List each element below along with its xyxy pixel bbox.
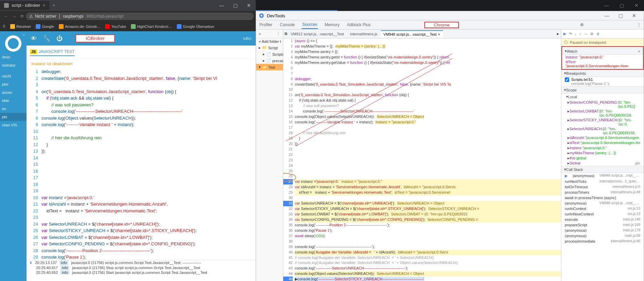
- back-icon[interactable]: ←: [2, 14, 10, 19]
- scope-item[interactable]: ▸ SelectorUNREACH: {0: "hm-rpc.0.PEQ0639…: [561, 126, 644, 135]
- sidebar-item[interactable]: en: [0, 105, 27, 113]
- new-tab-button[interactable]: +: [49, 3, 58, 8]
- callstack-item[interactable]: processImmediateinternal/timers.js:46: [561, 239, 644, 244]
- add-watch-icon[interactable]: +: [638, 49, 640, 53]
- bookmark-item[interactable]: Google: [36, 24, 54, 29]
- scope-item[interactable]: ▸ instanz: "javacscript.0.": [561, 145, 644, 151]
- minimize-icon[interactable]: —: [600, 10, 614, 21]
- callstack-item[interactable]: await in processTimers (async): [561, 195, 644, 200]
- eye-icon[interactable]: 👁: [31, 35, 37, 42]
- maximize-icon[interactable]: ▢: [228, 0, 242, 11]
- step-out-icon[interactable]: ↑: [579, 32, 581, 36]
- close-icon[interactable]: ×: [438, 32, 440, 36]
- callstack-item[interactable]: (anonymous)VM948 script.js…cript__Test:4: [561, 173, 644, 179]
- reload-icon[interactable]: ⟳: [18, 14, 26, 19]
- pause-icon[interactable]: ⏸: [596, 32, 600, 36]
- scope-item[interactable]: ▸ SelectorLOWBAT: {0: "hm-rpc.0.PEQ06391…: [561, 109, 644, 118]
- maximize-icon[interactable]: ▢: [614, 10, 627, 21]
- url-input[interactable]: ⚠ Nicht sicher │ raspberrypi:8081/#tab-j…: [26, 13, 254, 20]
- scope-item[interactable]: ▸ SelectorCONFIG_PENDING: {0: "hm-rpc.0.…: [561, 100, 644, 109]
- devtools-tab[interactable]: Memory: [324, 21, 340, 29]
- watch-item[interactable]: idText: "javacscript.0.Servicemeldungen.…: [562, 59, 643, 68]
- step-over-icon[interactable]: ↷: [569, 32, 572, 36]
- bookmark-item[interactable]: YouTube: [105, 24, 126, 29]
- scope-header[interactable]: ▾ Scope: [561, 86, 644, 93]
- sidebar-item[interactable]: pter: [0, 80, 27, 88]
- callstack-item[interactable]: (anonymous)VM948 script.js…cript__Test:5: [561, 200, 644, 206]
- apps-icon[interactable]: ⠿: [3, 24, 5, 29]
- callstack-item[interactable]: processTimersinternal/timers.js:49: [561, 190, 644, 195]
- browser-tab[interactable]: script - ioBroker ×: [0, 1, 49, 10]
- sidebar-item[interactable]: pte: [0, 113, 27, 121]
- source-lines[interactable]: (async () => {var myMdwTheme = {}; myMdw…: [295, 38, 561, 281]
- script-tab[interactable]: JS JAVASCRIPT TEST: [30, 49, 74, 56]
- doc-icon[interactable]: ⧉: [285, 32, 287, 36]
- sidebar-item[interactable]: anzen: [0, 88, 27, 96]
- tree-item[interactable]: ▾📁Test: [256, 64, 283, 70]
- scope-item[interactable]: ▸ SelectorSTICKY_UNREACH: {0: "hm-rpc.0.: [561, 118, 644, 126]
- step-into-icon[interactable]: ↓: [575, 32, 577, 36]
- minimize-icon[interactable]: —: [215, 0, 228, 11]
- bookmark-item[interactable]: Receiver: [10, 24, 31, 29]
- bp-checkbox[interactable]: [565, 77, 569, 82]
- callstack-item[interactable]: runInNewContextvm.js:13: [561, 211, 644, 217]
- resume-icon[interactable]: ▶: [563, 32, 566, 36]
- callstack-item[interactable]: (anonymous)main.js:58: [561, 233, 644, 239]
- forward-icon[interactable]: →: [10, 14, 18, 19]
- breakpoint-item[interactable]: Scripts.txt:51console.log('Pause 2 ');: [561, 77, 644, 86]
- chevron-right-icon[interactable]: »: [259, 32, 261, 36]
- more-icon[interactable]: ⋮: [276, 32, 280, 36]
- callstack-header[interactable]: ▾ Call Stack: [561, 166, 644, 173]
- devtools-tab[interactable]: Profiler: [259, 21, 273, 29]
- chrome-tab[interactable]: [256, 0, 337, 11]
- callstack-item[interactable]: executemain.js:148: [561, 217, 644, 222]
- source-tab[interactable]: VM912 script.js…vascript__Test: [288, 31, 347, 37]
- close-window-icon[interactable]: ✕: [627, 10, 641, 21]
- devtools-tab[interactable]: Sources: [302, 21, 318, 29]
- sidebar-item[interactable]: ekte: [0, 96, 27, 105]
- callstack-item[interactable]: prepareScriptmain.js:169: [561, 222, 644, 228]
- power-icon[interactable]: ⏻: [56, 35, 63, 42]
- step-icon[interactable]: →: [584, 32, 588, 36]
- gear-icon[interactable]: ⚙: [580, 22, 584, 27]
- callstack-item[interactable]: runInContextvm.js:13: [561, 206, 644, 211]
- bookmark-item[interactable]: HighChart Kinderzi…: [131, 24, 172, 29]
- scope-item[interactable]: ▸ myMdwTheme: {sentry: {…}}: [561, 151, 644, 156]
- breakpoints-header[interactable]: ▾ Breakpoints: [561, 70, 644, 77]
- close-icon[interactable]: ×: [43, 3, 45, 8]
- local-header[interactable]: ▾ Local: [561, 93, 644, 100]
- callstack-item[interactable]: (anonymous)main.js:179: [561, 228, 644, 233]
- source-tab[interactable]: internal/timers.js: [348, 31, 380, 37]
- scope-item[interactable]: ▸ this: global: [561, 156, 644, 161]
- deactivate-bp-icon[interactable]: ⊘: [590, 32, 593, 36]
- bookmark-item[interactable]: Google Übersetzer: [177, 24, 214, 29]
- code-content[interactable]: debugger;createState('0_userdata.0.Test_…: [41, 68, 256, 260]
- more-icon[interactable]: ⋮: [637, 22, 641, 27]
- scope-item[interactable]: ▸ idText: "javacscript.0.Servicemeldunge…: [561, 140, 644, 145]
- close-window-icon[interactable]: ✕: [629, 0, 644, 11]
- sidebar-item[interactable]: ntwo VIS: [0, 121, 27, 129]
- tree-item[interactable]: ▸📄Scripts.txt: [256, 51, 283, 57]
- tree-item[interactable]: ▸📄precache-: [256, 57, 283, 64]
- devtools-tab[interactable]: Adblock Plus: [346, 21, 371, 29]
- overflow-icon[interactable]: ▸: [557, 32, 561, 36]
- scope-item[interactable]: ▸ idAnzahl: "javacscript.0.Servicemeldun…: [561, 135, 644, 140]
- callstack-item[interactable]: runNextTicksinternal/proces…k_queues.js:…: [561, 179, 644, 184]
- source-tab[interactable]: VM948 script.js…vascript__Test ×: [381, 30, 443, 38]
- callstack-item[interactable]: listOnTimeoutinternal/timers.js:5: [561, 184, 644, 190]
- add-folder[interactable]: + Add folder t: [256, 38, 283, 45]
- wrench-icon[interactable]: 🔧: [43, 35, 50, 42]
- bookmark-item[interactable]: Amazon.de: Günsti…: [59, 24, 101, 29]
- source-code[interactable]: 1234567891011121314151617181920212223242…: [283, 38, 561, 281]
- close-window-icon[interactable]: ✕: [242, 0, 256, 11]
- chevron-left-icon[interactable]: ‹: [23, 33, 24, 37]
- sidebar-item[interactable]: rsicht: [0, 72, 27, 80]
- tree-item[interactable]: ▸📁Script: [256, 45, 283, 51]
- minimize-icon[interactable]: —: [599, 0, 614, 11]
- scope-global[interactable]: ▸ Global glo: [561, 161, 644, 166]
- code-editor[interactable]: 1234567891011121314151617181920212223242…: [27, 68, 256, 260]
- watch-header[interactable]: ▾ Watch +: [562, 48, 643, 55]
- maximize-icon[interactable]: ▢: [614, 0, 629, 11]
- devtools-tab[interactable]: Console: [279, 21, 295, 29]
- watch-item[interactable]: instanz: "javacscript.0.": [562, 55, 643, 59]
